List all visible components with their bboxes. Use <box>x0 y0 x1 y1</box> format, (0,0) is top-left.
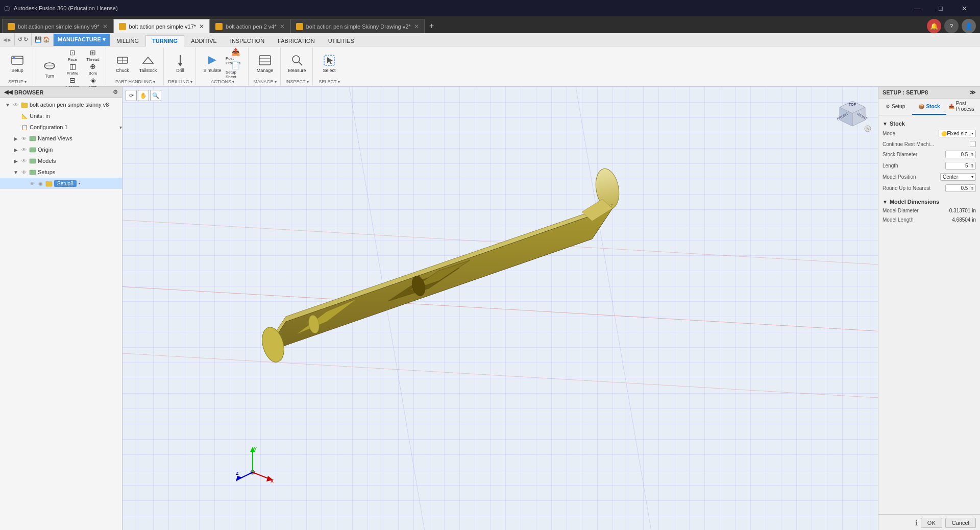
redo-icon[interactable]: ↻ <box>23 36 28 43</box>
browser-origin-item[interactable]: ▶ 👁 Origin <box>0 144 122 155</box>
bore-button[interactable]: ⊕ Bore <box>83 62 103 76</box>
model-dims-section-header[interactable]: ▼ Model Dimensions <box>883 199 976 205</box>
tab-1-close[interactable]: ✕ <box>103 23 108 30</box>
select-btn[interactable]: Select <box>317 49 341 78</box>
nav-back-icon[interactable]: ◀ <box>3 37 7 42</box>
browser-setups-item[interactable]: ▼ 👁 Setups <box>0 166 122 178</box>
drill-button[interactable]: Drill <box>168 49 192 78</box>
inspect-arrow[interactable]: ▾ <box>307 80 309 84</box>
drilling-arrow[interactable]: ▾ <box>190 80 192 84</box>
maximize-button[interactable]: □ <box>929 0 952 16</box>
setups-vis-icon[interactable]: 👁 <box>20 170 28 175</box>
pan-btn[interactable]: ✋ <box>138 90 149 101</box>
right-tab-stock[interactable]: 📦 Stock <box>912 99 946 115</box>
manufacture-dropdown[interactable]: MANUFACTURE ▾ <box>54 34 110 46</box>
root-expander[interactable]: ▼ <box>4 101 11 108</box>
browser-config-item[interactable]: ▶ 📋 Configuration 1 ▾ <box>0 122 122 133</box>
tab-inspection[interactable]: INSPECTION <box>224 35 271 46</box>
help-icon[interactable]: ? <box>944 19 959 33</box>
model-position-select[interactable]: Center ▾ <box>940 173 976 181</box>
turn-button[interactable]: Turn <box>37 55 62 83</box>
origin-expander[interactable]: ▶ <box>12 146 19 153</box>
thread-button[interactable]: ⊞ Thread <box>83 49 103 62</box>
browser-root-item[interactable]: ▼ 👁 bolt action pen simple skinny v8 <box>0 99 122 110</box>
origin-vis-icon[interactable]: 👁 <box>20 147 28 153</box>
mode-select[interactable]: 🟡 Fixed siz... ▾ <box>939 130 976 137</box>
tab-4-close[interactable]: ✕ <box>414 23 419 30</box>
named-views-vis-icon[interactable]: 👁 <box>20 136 28 141</box>
mode-dropdown-icon[interactable]: ▾ <box>971 131 973 136</box>
right-panel-expand-icon[interactable]: ≫ <box>969 89 976 96</box>
setup-group-arrow[interactable]: ▾ <box>24 80 27 84</box>
select-arrow[interactable]: ▾ <box>338 80 340 84</box>
cancel-button[interactable]: Cancel <box>945 518 976 528</box>
right-tab-post-process[interactable]: 📤 Post Process <box>946 99 980 115</box>
setup8-folder-icon <box>45 179 53 187</box>
zoom-btn[interactable]: 🔍 <box>150 90 161 101</box>
model-diameter-value: 0.313701 in <box>930 208 976 213</box>
browser-setup8-item[interactable]: ▶ 👁 ◉ Setup8 • <box>0 178 122 189</box>
manage-btn[interactable]: Manage <box>253 49 277 78</box>
browser-units-item[interactable]: ▶ 📐 Units: in <box>0 110 122 122</box>
tab-additive[interactable]: ADDITIVE <box>184 35 224 46</box>
model-position-dropdown-icon[interactable]: ▾ <box>971 175 973 179</box>
right-tab-setup[interactable]: ⚙ Setup <box>878 99 912 115</box>
info-icon[interactable]: ℹ <box>915 519 918 527</box>
tab-1[interactable]: bolt action pen simple skinny v9* ✕ <box>2 19 113 33</box>
actions-arrow[interactable]: ▾ <box>232 80 234 84</box>
face-button[interactable]: ⊡ Face <box>63 49 82 62</box>
tab-fabrication[interactable]: FABRICATION <box>271 35 322 46</box>
viewport[interactable]: Y X Z <box>122 87 878 530</box>
setup-sheet-btn[interactable]: 📄 Setup Sheet <box>226 64 245 77</box>
setup-button[interactable]: Setup <box>5 49 30 78</box>
home-icon[interactable]: 🏠 <box>43 36 50 43</box>
setup8-dot-icon[interactable]: • <box>79 180 81 186</box>
setup-label: Setup <box>11 68 23 74</box>
tab-2[interactable]: bolt action pen simple v17* ✕ <box>113 19 210 33</box>
orbit-btn[interactable]: ⟳ <box>126 90 137 101</box>
tab-4[interactable]: bolt action pen simple Skinny Drawing v2… <box>290 19 425 33</box>
notification-icon[interactable]: 🔔 <box>927 19 941 33</box>
browser-settings-icon[interactable]: ⚙ <box>113 89 118 95</box>
undo-icon[interactable]: ↺ <box>18 36 22 43</box>
close-button[interactable]: ✕ <box>952 0 976 16</box>
tailstock-button[interactable]: Tailstock <box>136 49 160 78</box>
user-avatar[interactable]: 👤 <box>962 19 976 33</box>
nav-fwd-icon[interactable]: ▶ <box>8 37 11 42</box>
setup8-vis-icon[interactable]: 👁 <box>29 181 36 186</box>
browser-named-views-item[interactable]: ▶ 👁 Named Views <box>0 133 122 144</box>
continue-rest-checkbox[interactable] <box>970 141 976 147</box>
round-up-value[interactable]: 0.5 in <box>945 184 976 192</box>
chuck-button[interactable]: Chuck <box>110 49 135 78</box>
root-vis-icon[interactable]: 👁 <box>12 102 19 108</box>
part-handling-arrow[interactable]: ▾ <box>153 80 155 84</box>
profile-button[interactable]: ◫ Profile <box>63 62 82 76</box>
inspect-btn[interactable]: Measure <box>285 49 309 78</box>
tab-utilities[interactable]: UTILITIES <box>322 35 361 46</box>
config-dropdown-icon[interactable]: ▾ <box>119 125 122 130</box>
post-tab-label: Post Process <box>956 101 978 112</box>
tab-3-close[interactable]: ✕ <box>280 23 285 30</box>
setups-expander[interactable]: ▼ <box>12 168 19 176</box>
tab-milling[interactable]: MILLING <box>110 35 145 46</box>
ok-button[interactable]: OK <box>921 518 942 528</box>
tab-add-button[interactable]: + <box>425 19 439 33</box>
length-value[interactable]: 5 in <box>945 162 976 170</box>
named-views-expander[interactable]: ▶ <box>12 135 19 142</box>
browser-collapse-icon[interactable]: ◀◀ <box>4 89 12 95</box>
simulate-button[interactable]: Simulate <box>200 49 225 78</box>
stock-section-header[interactable]: ▼ Stock <box>883 121 976 127</box>
tab-3[interactable]: bolt action pen 2 v4* ✕ <box>210 19 290 33</box>
view-cube[interactable]: TOP FRONT RIGHT ⌂ <box>832 92 873 133</box>
manage-arrow[interactable]: ▾ <box>275 80 277 84</box>
save-icon[interactable]: 💾 <box>35 36 42 43</box>
minimize-button[interactable]: — <box>905 0 929 16</box>
tab-turning[interactable]: TURNING <box>145 35 184 46</box>
models-expander[interactable]: ▶ <box>12 157 19 164</box>
models-vis-icon[interactable]: 👁 <box>20 158 28 164</box>
tab-1-label: bolt action pen simple skinny v9* <box>18 23 100 30</box>
stock-diameter-value[interactable]: 0.5 in <box>945 151 976 158</box>
tab-2-close[interactable]: ✕ <box>199 23 204 30</box>
browser-models-item[interactable]: ▶ 👁 Models <box>0 155 122 166</box>
setup8-vis2-icon[interactable]: ◉ <box>37 181 44 186</box>
